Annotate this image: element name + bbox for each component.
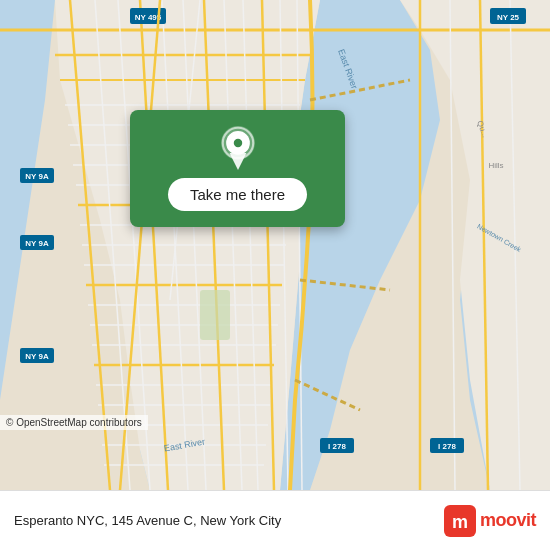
copyright-text: © OpenStreetMap contributors <box>0 415 148 430</box>
take-me-there-button[interactable]: Take me there <box>168 178 307 211</box>
location-label: Esperanto NYC, 145 Avenue C, New York Ci… <box>14 513 281 528</box>
map-tooltip: Take me there <box>130 110 345 227</box>
svg-text:NY 25: NY 25 <box>497 13 520 22</box>
svg-point-73 <box>233 139 241 147</box>
svg-text:NY 9A: NY 9A <box>25 239 49 248</box>
svg-text:I 278: I 278 <box>438 442 456 451</box>
map-container: NY 495 NY 25 NY 9A NY 9A NY 9A I 278 I 2… <box>0 0 550 490</box>
moovit-icon: m <box>444 505 476 537</box>
moovit-text: moovit <box>480 510 536 531</box>
svg-text:NY 9A: NY 9A <box>25 172 49 181</box>
svg-marker-74 <box>229 153 246 170</box>
svg-text:I 278: I 278 <box>328 442 346 451</box>
svg-text:m: m <box>452 512 468 532</box>
bottom-bar: Esperanto NYC, 145 Avenue C, New York Ci… <box>0 490 550 550</box>
svg-text:Hills: Hills <box>488 161 503 170</box>
svg-text:NY 9A: NY 9A <box>25 352 49 361</box>
svg-rect-66 <box>200 290 230 340</box>
moovit-logo: m moovit <box>444 505 536 537</box>
location-pin-icon <box>216 126 260 170</box>
